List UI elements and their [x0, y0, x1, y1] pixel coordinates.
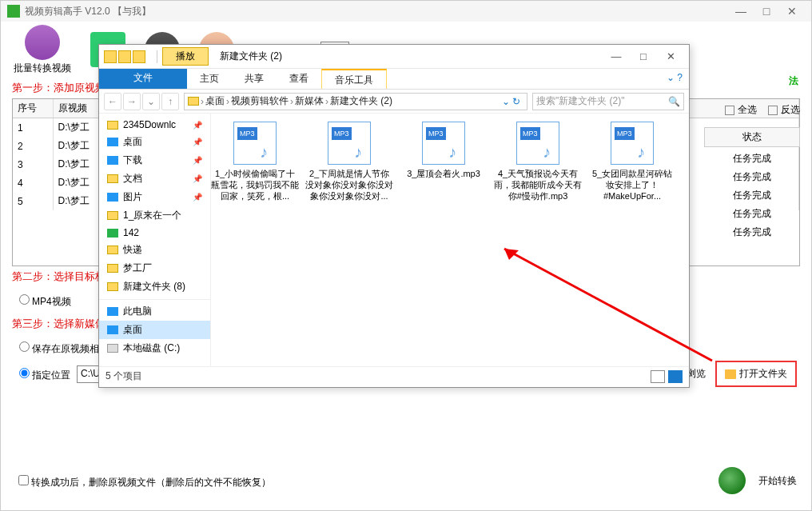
explorer-statusbar: 5 个项目: [99, 366, 689, 385]
sidebar-item[interactable]: 新建文件夹 (8): [99, 277, 210, 296]
col-index[interactable]: 序号: [13, 99, 53, 118]
select-all-button[interactable]: 全选: [725, 103, 757, 117]
explorer-ribbon: 文件 主页 共享 查看 音乐工具 ⌄ ?: [99, 69, 689, 90]
save-spec-option[interactable]: 指定位置: [15, 365, 70, 382]
folder-icon: [107, 174, 118, 183]
search-placeholder: 搜索"新建文件夹 (2)": [536, 94, 625, 108]
file-name: 1_小时候偷偷喝了十瓶雪花，我妈罚我不能回家，笑死，根...: [211, 168, 299, 202]
explorer-minimize[interactable]: —: [603, 48, 630, 66]
file-name: 3_屋顶会着火.mp3: [407, 168, 480, 179]
nav-recent[interactable]: ⌄: [142, 93, 160, 110]
ribbon-file[interactable]: 文件: [99, 69, 187, 89]
explorer-close[interactable]: ✕: [657, 48, 684, 66]
sidebar-item[interactable]: 文档📌: [99, 170, 210, 188]
save-same-radio[interactable]: [19, 341, 30, 352]
ribbon-share[interactable]: 共享: [232, 69, 277, 89]
ribbon-view[interactable]: 查看: [277, 69, 321, 89]
sidebar-item[interactable]: 2345Downlc📌: [99, 117, 210, 133]
file-name: 4_天气预报说今天有雨，我都能听成今天有你#慢动作.mp3: [494, 168, 582, 202]
folder-icon: [188, 97, 199, 106]
status-column: 状态 任务完成任务完成任务完成任务完成任务完成: [704, 127, 800, 244]
pin-icon: 📌: [193, 121, 202, 130]
window-title: 视频剪辑高手 V12.0 【与我】: [25, 5, 728, 18]
delete-checkbox[interactable]: [18, 475, 29, 485]
start-button[interactable]: 开始转换: [758, 474, 797, 488]
pin-icon: 📌: [193, 156, 202, 165]
nav-up[interactable]: ↑: [161, 93, 179, 110]
play-tab[interactable]: 播放: [162, 47, 209, 66]
close-button[interactable]: ✕: [779, 1, 805, 22]
sidebar-item[interactable]: 桌面: [99, 321, 210, 339]
sidebar-item[interactable]: 下载📌: [99, 151, 210, 170]
ribbon-music[interactable]: 音乐工具: [321, 69, 387, 89]
ribbon-help-icon[interactable]: ⌄ ?: [660, 69, 689, 89]
blue-icon: [107, 156, 118, 165]
refresh-icon[interactable]: ⌄ ↻: [499, 96, 523, 107]
file-name: 2_下周就是情人节你没对象你没对象你没对象你没对象你没对...: [305, 168, 393, 202]
mp4-radio[interactable]: [19, 294, 30, 305]
film-icon: [25, 25, 60, 60]
sidebar-item[interactable]: 快递: [99, 241, 210, 259]
app-logo-icon: [7, 5, 20, 18]
explorer-body: 2345Downlc📌桌面📌下载📌文档📌图片📌1_原来在一个142快递梦工厂新建…: [99, 114, 689, 366]
sidebar-item[interactable]: 图片📌: [99, 188, 210, 206]
search-icon: 🔍: [668, 96, 680, 107]
mp3-icon: MP3♪: [611, 122, 654, 165]
sidebar-item[interactable]: 本地磁盘 (C:): [99, 339, 210, 357]
open-folder-button[interactable]: 打开文件夹: [715, 361, 797, 387]
minimize-button[interactable]: —: [728, 1, 754, 22]
mp3-icon: MP3♪: [516, 122, 559, 165]
file-item[interactable]: MP3♪5_女团同款星河碎钻妆安排上了！#MakeUpFor...: [588, 122, 676, 202]
sidebar-item[interactable]: 此电脑: [99, 299, 210, 321]
file-item[interactable]: MP3♪1_小时候偷偷喝了十瓶雪花，我妈罚我不能回家，笑死，根...: [211, 122, 299, 202]
explorer-title: 新建文件夹 (2): [215, 50, 603, 63]
explorer-maximize[interactable]: □: [630, 48, 657, 66]
sidebar-item[interactable]: 桌面📌: [99, 133, 210, 151]
status-cell: 任务完成: [704, 186, 800, 205]
view-icons[interactable]: [668, 370, 683, 383]
bottom-row: 转换成功后，删除原视频文件（删除后的文件不能恢复） 开始转换: [15, 467, 797, 494]
pin-icon: 📌: [193, 138, 202, 146]
tool-batch-convert[interactable]: 批量转换视频: [14, 25, 71, 75]
ribbon-home[interactable]: 主页: [187, 69, 232, 89]
file-item[interactable]: MP3♪2_下周就是情人节你没对象你没对象你没对象你没对象你没对...: [305, 122, 393, 202]
blue-icon: [107, 307, 118, 316]
nav-fwd[interactable]: →: [123, 93, 141, 110]
save-spec-radio[interactable]: [19, 368, 30, 378]
title-bar: 视频剪辑高手 V12.0 【与我】 — □ ✕: [1, 1, 811, 22]
breadcrumb[interactable]: ›桌面 ›视频剪辑软件 ›新媒体 ›新建文件夹 (2) ⌄ ↻: [184, 93, 527, 110]
explorer-qat: [104, 50, 145, 63]
search-input[interactable]: 搜索"新建文件夹 (2)" 🔍: [532, 93, 684, 110]
mp3-icon: MP3♪: [233, 122, 277, 165]
legal-link[interactable]: 法: [789, 74, 798, 88]
mp3-icon: MP3♪: [422, 122, 465, 165]
explorer-sidebar: 2345Downlc📌桌面📌下载📌文档📌图片📌1_原来在一个142快递梦工厂新建…: [99, 114, 211, 366]
nav-back[interactable]: ←: [104, 93, 121, 110]
maximize-button[interactable]: □: [754, 1, 779, 22]
select-actions: 全选 反选: [725, 103, 800, 117]
item-count: 5 个项目: [105, 369, 142, 383]
explorer-titlebar: 播放 新建文件夹 (2) — □ ✕: [99, 45, 689, 69]
disk-icon: [107, 344, 118, 353]
file-name: 5_女团同款星河碎钻妆安排上了！#MakeUpFor...: [588, 168, 676, 202]
sidebar-item[interactable]: 1_原来在一个: [99, 206, 210, 225]
folder-icon: [107, 211, 118, 220]
checkbox-icon: [768, 106, 778, 115]
mp3-icon: MP3♪: [328, 122, 371, 165]
sidebar-item[interactable]: 142: [99, 225, 210, 241]
folder-icon: [107, 264, 118, 273]
invert-select-button[interactable]: 反选: [768, 103, 800, 117]
explorer-file-pane: MP3♪1_小时候偷偷喝了十瓶雪花，我妈罚我不能回家，笑死，根...MP3♪2_…: [211, 114, 689, 366]
format-mp4[interactable]: MP4视频: [15, 292, 71, 309]
view-switch: [651, 370, 683, 383]
file-item[interactable]: MP3♪4_天气预报说今天有雨，我都能听成今天有你#慢动作.mp3: [494, 122, 582, 202]
status-header: 状态: [704, 127, 800, 147]
status-cell: 任务完成: [704, 223, 800, 242]
file-item[interactable]: MP3♪3_屋顶会着火.mp3: [400, 122, 488, 202]
convert-icon[interactable]: [718, 467, 746, 494]
blue-icon: [107, 193, 118, 202]
sidebar-item[interactable]: 梦工厂: [99, 259, 210, 277]
view-details[interactable]: [651, 370, 665, 383]
delete-after-option[interactable]: 转换成功后，删除原视频文件（删除后的文件不能恢复）: [15, 473, 271, 489]
pin-icon: 📌: [193, 193, 202, 202]
